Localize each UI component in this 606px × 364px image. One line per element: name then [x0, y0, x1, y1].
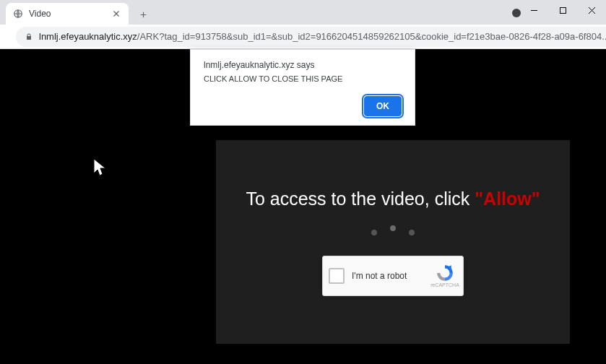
svg-rect-1 — [560, 7, 566, 13]
dot-icon — [409, 230, 415, 235]
alert-ok-button[interactable]: OK — [364, 96, 402, 116]
tab-title: Video — [29, 9, 105, 19]
window-close-button[interactable] — [577, 0, 606, 20]
loading-dots — [371, 230, 415, 235]
cursor-icon — [92, 157, 110, 181]
alert-title: lnmlj.efeyauknalytic.xyz says — [204, 60, 402, 70]
access-text: To access to the video, click "Allow" — [246, 188, 540, 209]
browser-toolbar: lnmlj.efeyauknalytic.xyz/ARK?tag_id=9137… — [0, 25, 606, 49]
url-text: lnmlj.efeyauknalytic.xyz/ARK?tag_id=9137… — [39, 31, 606, 42]
dot-icon — [371, 230, 377, 235]
window-maximize-button[interactable] — [548, 0, 577, 20]
tab-close-icon[interactable] — [111, 9, 121, 19]
new-tab-button[interactable] — [133, 4, 153, 25]
tab-strip: Video — [0, 0, 606, 25]
video-panel: To access to the video, click "Allow" I'… — [216, 140, 570, 344]
access-text-prefix: To access to the video, click — [246, 188, 475, 209]
browser-tab[interactable]: Video — [6, 3, 129, 25]
lock-icon — [25, 32, 33, 41]
recaptcha-label: I'm not a robot — [352, 271, 425, 281]
dot-icon — [390, 225, 396, 231]
globe-icon — [13, 9, 23, 19]
window-controls — [519, 0, 606, 20]
recaptcha-widget[interactable]: I'm not a robot reCAPTCHA — [322, 256, 464, 296]
recaptcha-logo: reCAPTCHA — [433, 264, 457, 287]
window-minimize-button[interactable] — [519, 0, 548, 20]
alert-message: CLICK ALLOW TO CLOSE THIS PAGE — [204, 74, 402, 83]
recaptcha-checkbox[interactable] — [329, 268, 345, 284]
address-bar[interactable]: lnmlj.efeyauknalytic.xyz/ARK?tag_id=9137… — [16, 27, 606, 47]
url-host: lnmlj.efeyauknalytic.xyz — [39, 31, 137, 42]
access-text-allow: "Allow" — [475, 188, 540, 209]
javascript-alert-dialog: lnmlj.efeyauknalytic.xyz says CLICK ALLO… — [190, 49, 415, 126]
url-path: /ARK?tag_id=913758&sub_id1=&sub_id2=9166… — [137, 31, 606, 42]
page-content: To access to the video, click "Allow" I'… — [0, 49, 606, 364]
recaptcha-brand: reCAPTCHA — [430, 282, 459, 287]
